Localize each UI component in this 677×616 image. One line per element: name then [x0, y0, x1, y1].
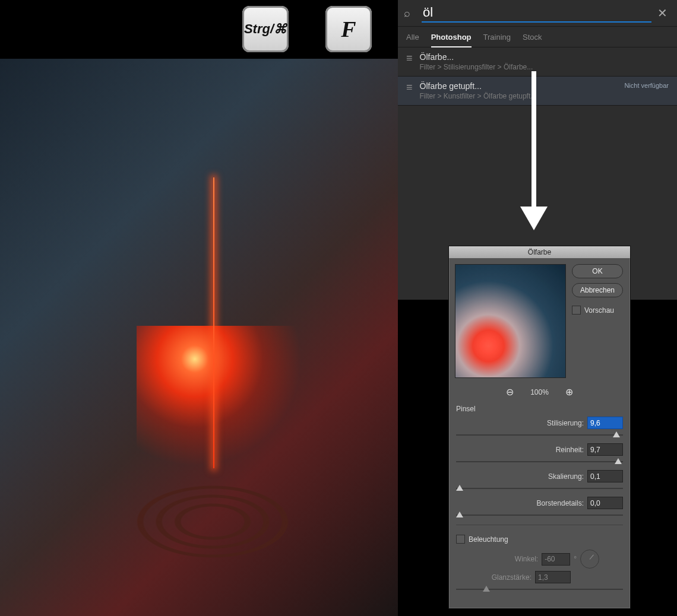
angle-input[interactable] [542, 553, 570, 566]
result-title: Ölfarbe... [420, 52, 533, 62]
zoom-level: 100% [530, 388, 549, 396]
cleanliness-slider[interactable] [456, 458, 623, 466]
ok-button[interactable]: OK [572, 264, 623, 278]
zoom-out-icon[interactable]: ⊖ [506, 386, 514, 398]
preview-label: Vorschau [584, 306, 614, 315]
key-ctrl-cmd: Strg/⌘ [242, 6, 289, 52]
menu-icon: ≡ [406, 83, 413, 91]
preview-checkbox[interactable] [572, 306, 581, 315]
result-path: Filter > Kunstfilter > Ölfarbe getupft..… [420, 92, 537, 100]
search-bar: ⌕ ✕ [398, 0, 677, 27]
scale-label: Skalierung: [548, 472, 584, 481]
cleanliness-label: Reinheit: [556, 446, 584, 454]
oil-paint-dialog: Ölfarbe OK Abbrechen Vorschau ⊖ 100% ⊕ P… [448, 246, 631, 609]
tab-photoshop[interactable]: Photoshop [431, 33, 472, 47]
divider [456, 525, 623, 525]
lighting-checkbox[interactable] [456, 535, 465, 544]
result-path: Filter > Stilisierungsfilter > Ölfarbe..… [420, 63, 533, 71]
zoom-in-icon[interactable]: ⊕ [565, 386, 573, 398]
search-input[interactable] [422, 4, 651, 23]
stylization-label: Stilisierung: [547, 419, 584, 427]
tab-training[interactable]: Training [483, 33, 511, 47]
scale-input[interactable] [587, 470, 623, 482]
filter-preview[interactable] [455, 264, 566, 378]
close-icon[interactable]: ✕ [657, 6, 667, 20]
scale-slider[interactable] [456, 485, 623, 493]
stylization-slider[interactable] [456, 431, 623, 440]
result-title: Ölfarbe getupft... [420, 81, 537, 91]
search-icon: ⌕ [404, 7, 416, 20]
angle-dial[interactable] [580, 550, 599, 569]
brush-section-label: Pinsel [456, 405, 623, 413]
search-tabs: Alle Photoshop Training Stock [398, 27, 677, 47]
shine-input[interactable] [535, 571, 571, 583]
shine-slider[interactable] [456, 586, 623, 594]
shine-label: Glanzstärke: [492, 573, 532, 582]
angle-unit: ° [574, 555, 577, 563]
not-available-label: Nicht verfügbar [624, 81, 669, 90]
cancel-button[interactable]: Abbrechen [572, 283, 623, 297]
dialog-title: Ölfarbe [449, 246, 630, 258]
key-f: F [325, 6, 372, 52]
bristle-slider[interactable] [456, 512, 623, 520]
canvas-artwork [0, 59, 398, 616]
tab-stock[interactable]: Stock [523, 33, 542, 47]
angle-label: Winkel: [515, 555, 538, 563]
bristle-label: Borstendetails: [537, 499, 584, 507]
bristle-input[interactable] [587, 497, 623, 509]
tab-alle[interactable]: Alle [406, 33, 419, 47]
menu-icon: ≡ [406, 54, 413, 62]
annotation-arrow [525, 71, 543, 237]
light-beam [213, 177, 214, 468]
lighting-section-label: Beleuchtung [469, 535, 508, 544]
stylization-input[interactable] [587, 417, 623, 429]
cleanliness-input[interactable] [587, 443, 623, 456]
